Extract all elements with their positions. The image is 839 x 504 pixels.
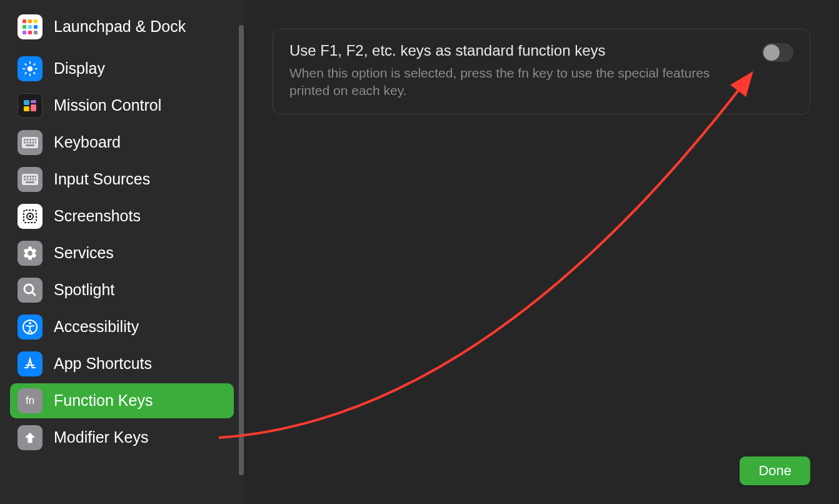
sidebar-item-label: Mission Control xyxy=(54,96,161,115)
scrollbar[interactable] xyxy=(239,25,244,475)
svg-rect-24 xyxy=(27,139,29,141)
svg-rect-39 xyxy=(35,176,36,178)
sidebar-item-input-sources[interactable]: Input Sources xyxy=(10,162,234,197)
sidebar-item-label: Input Sources xyxy=(54,169,150,189)
accessibility-icon xyxy=(18,315,43,340)
svg-rect-31 xyxy=(33,142,34,144)
svg-rect-45 xyxy=(26,181,34,183)
done-button[interactable]: Done xyxy=(740,456,810,485)
svg-line-14 xyxy=(25,64,26,65)
sidebar-item-label: App Shortcuts xyxy=(54,354,152,373)
svg-point-52 xyxy=(29,322,31,325)
svg-rect-32 xyxy=(35,142,36,144)
screenshot-icon xyxy=(18,204,43,229)
svg-rect-28 xyxy=(24,142,26,144)
svg-rect-7 xyxy=(28,31,32,34)
svg-line-15 xyxy=(34,73,35,74)
svg-rect-2 xyxy=(34,19,38,23)
function-keys-toggle[interactable] xyxy=(762,43,793,62)
svg-rect-8 xyxy=(34,31,38,34)
sidebar-item-launchpad-dock[interactable]: Launchpad & Dock xyxy=(10,4,234,49)
sidebar-item-services[interactable]: Services xyxy=(10,236,234,271)
svg-rect-20 xyxy=(31,104,36,111)
sidebar-item-label: Spotlight xyxy=(54,280,114,300)
svg-rect-23 xyxy=(24,139,26,141)
search-icon xyxy=(18,278,43,303)
keyboard-icon xyxy=(18,167,43,192)
svg-rect-18 xyxy=(24,100,29,105)
svg-rect-19 xyxy=(31,100,36,103)
sidebar-item-label: Function Keys xyxy=(54,391,153,410)
sidebar-item-label: Services xyxy=(54,243,114,263)
svg-rect-40 xyxy=(24,179,26,181)
svg-rect-37 xyxy=(29,176,31,178)
sidebar-item-app-shortcuts[interactable]: App Shortcuts xyxy=(10,346,234,381)
brightness-icon xyxy=(18,56,43,81)
keyboard-icon xyxy=(18,130,43,155)
svg-rect-3 xyxy=(23,25,26,29)
svg-rect-1 xyxy=(28,19,32,23)
sidebar-item-spotlight[interactable]: Spotlight xyxy=(10,273,234,308)
sidebar-item-keyboard[interactable]: Keyboard xyxy=(10,125,234,160)
modifier-icon xyxy=(18,425,43,450)
gears-icon xyxy=(18,241,43,266)
svg-rect-0 xyxy=(23,19,26,23)
sidebar-item-mission-control[interactable]: Mission Control xyxy=(10,88,234,123)
svg-rect-29 xyxy=(27,142,29,144)
main-panel: Use F1, F2, etc. keys as standard functi… xyxy=(244,0,839,504)
svg-rect-21 xyxy=(24,106,29,111)
svg-rect-35 xyxy=(24,176,26,178)
fn-icon: fn xyxy=(18,388,43,413)
sidebar-item-label: Keyboard xyxy=(54,133,121,152)
svg-rect-41 xyxy=(27,179,29,181)
svg-rect-27 xyxy=(35,139,36,141)
appstore-icon xyxy=(18,351,43,376)
svg-rect-42 xyxy=(29,179,31,181)
sidebar-item-label: Display xyxy=(54,59,105,78)
sidebar-item-label: Screenshots xyxy=(54,206,141,226)
svg-rect-6 xyxy=(23,31,26,34)
sidebar-item-accessibility[interactable]: Accessibility xyxy=(10,310,234,345)
svg-point-9 xyxy=(28,66,33,72)
svg-line-17 xyxy=(34,64,35,65)
svg-rect-30 xyxy=(29,142,31,144)
svg-rect-25 xyxy=(29,139,31,141)
launchpad-icon xyxy=(18,14,43,39)
sidebar-item-modifier-keys[interactable]: Modifier Keys xyxy=(10,420,234,455)
function-keys-setting: Use F1, F2, etc. keys as standard functi… xyxy=(273,29,810,114)
sidebar-item-label: Accessibility xyxy=(54,317,139,336)
sidebar-item-label: Modifier Keys xyxy=(54,428,148,447)
sidebar-item-display[interactable]: Display xyxy=(10,51,234,86)
svg-rect-44 xyxy=(35,179,36,181)
svg-rect-5 xyxy=(34,25,38,29)
svg-line-50 xyxy=(32,292,35,295)
svg-rect-26 xyxy=(33,139,34,141)
setting-description: When this option is selected, press the … xyxy=(289,64,747,100)
svg-rect-43 xyxy=(33,179,34,181)
mission-control-icon xyxy=(18,93,43,118)
sidebar-item-label: Launchpad & Dock xyxy=(54,17,186,36)
sidebar-item-screenshots[interactable]: Screenshots xyxy=(10,199,234,234)
svg-point-48 xyxy=(29,215,31,218)
svg-rect-4 xyxy=(28,25,32,29)
svg-rect-36 xyxy=(27,176,29,178)
svg-rect-38 xyxy=(33,176,34,178)
sidebar-item-function-keys[interactable]: fn Function Keys xyxy=(10,383,234,418)
setting-title: Use F1, F2, etc. keys as standard functi… xyxy=(289,42,747,59)
svg-line-16 xyxy=(25,73,26,74)
svg-rect-33 xyxy=(26,144,34,146)
sidebar: Launchpad & Dock Display Mission Control… xyxy=(0,0,244,504)
